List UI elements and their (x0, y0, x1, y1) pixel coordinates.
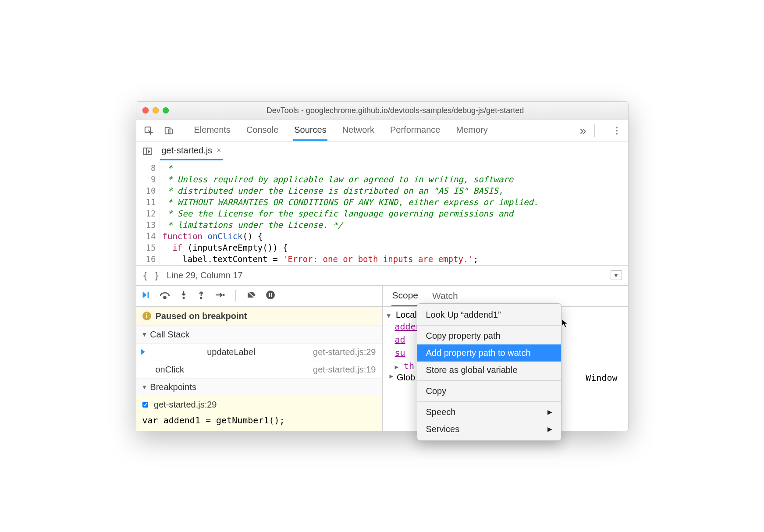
pause-message: i Paused on breakpoint (136, 307, 382, 326)
step-into-icon[interactable] (179, 290, 188, 301)
cursor-position: Line 29, Column 17 (167, 270, 242, 280)
context-menu-item[interactable]: Services▶ (417, 421, 561, 438)
call-stack-row[interactable]: onClickget-started.js:19 (136, 361, 382, 379)
context-menu-item[interactable]: Look Up “addend1” (417, 306, 561, 323)
tab-memory[interactable]: Memory (455, 121, 489, 141)
close-window-icon[interactable] (142, 107, 149, 113)
svg-rect-1 (165, 128, 170, 134)
zoom-window-icon[interactable] (163, 107, 169, 113)
svg-point-7 (200, 297, 202, 299)
svg-point-8 (222, 294, 224, 296)
statusbar-dropdown-icon[interactable]: ▼ (611, 270, 622, 280)
device-toolbar-icon[interactable] (163, 124, 175, 137)
debugger-toolbar (136, 286, 382, 307)
file-tab-label: get-started.js (162, 145, 213, 156)
tab-performance[interactable]: Performance (389, 121, 441, 141)
file-tab[interactable]: get-started.js × (160, 142, 223, 160)
chevron-down-icon: ▼ (142, 383, 148, 390)
code-content: * * Unless required by applicable law or… (160, 161, 539, 265)
info-icon: i (142, 312, 151, 320)
context-menu-item[interactable]: Speech▶ (417, 404, 561, 421)
file-tab-bar: get-started.js × (136, 142, 628, 161)
step-out-icon[interactable] (197, 290, 206, 301)
context-menu: Look Up “addend1”Copy property pathAdd p… (417, 303, 561, 441)
breakpoint-label: get-started.js:29 (154, 400, 217, 409)
tab-sources[interactable]: Sources (293, 121, 327, 141)
tab-network[interactable]: Network (341, 121, 375, 141)
scope-global-value: Window (586, 372, 623, 383)
debugger-panels: i Paused on breakpoint ▼ Call Stack upda… (136, 286, 628, 431)
svg-rect-2 (169, 129, 172, 134)
svg-point-9 (266, 291, 275, 299)
code-editor[interactable]: 8910111213141516 * * Unless required by … (136, 161, 628, 266)
svg-point-6 (182, 297, 185, 299)
inspect-element-icon[interactable] (142, 124, 155, 137)
resume-icon[interactable] (141, 290, 150, 301)
pause-on-exceptions-icon[interactable] (266, 290, 275, 301)
svg-rect-10 (269, 293, 270, 297)
chevron-down-icon: ▼ (142, 331, 148, 338)
call-stack-header[interactable]: ▼ Call Stack (136, 326, 382, 344)
debugger-right-panel: Scope Watch ▼ Local addend1: undefinedad… (383, 286, 628, 431)
breakpoint-checkbox[interactable] (142, 402, 148, 408)
tab-elements[interactable]: Elements (193, 121, 231, 141)
svg-rect-4 (147, 292, 149, 298)
call-stack-list: updateLabelget-started.js:29onClickget-s… (136, 344, 382, 379)
more-options-icon[interactable] (611, 127, 622, 135)
step-over-icon[interactable] (159, 290, 171, 301)
tab-console[interactable]: Console (245, 121, 279, 141)
pretty-print-icon[interactable]: { } (142, 270, 160, 281)
overflow-tabs-icon[interactable]: » (580, 124, 586, 138)
navigator-toggle-icon[interactable] (142, 145, 154, 157)
deactivate-breakpoints-icon[interactable] (246, 290, 257, 301)
devtools-toolbar: Elements Console Sources Network Perform… (136, 120, 628, 142)
tab-scope[interactable]: Scope (391, 286, 419, 306)
traffic-lights (142, 107, 169, 113)
context-menu-separator (417, 401, 561, 402)
context-menu-item[interactable]: Store as global variable (417, 362, 561, 379)
pause-message-text: Paused on breakpoint (156, 311, 247, 321)
svg-rect-11 (271, 293, 272, 297)
step-icon[interactable] (214, 290, 225, 301)
editor-statusbar: { } Line 29, Column 17 ▼ (136, 266, 628, 286)
debugger-left-panel: i Paused on breakpoint ▼ Call Stack upda… (136, 286, 383, 431)
context-menu-separator (417, 325, 561, 326)
line-gutter: 8910111213141516 (136, 161, 160, 265)
call-stack-row[interactable]: updateLabelget-started.js:29 (136, 344, 382, 361)
context-menu-item[interactable]: Copy property path (417, 327, 561, 344)
breakpoint-row[interactable]: get-started.js:29 (136, 396, 382, 413)
window-title: DevTools - googlechrome.github.io/devtoo… (169, 106, 622, 115)
devtools-window: DevTools - googlechrome.github.io/devtoo… (136, 101, 629, 431)
context-menu-item[interactable]: Add property path to watch (417, 344, 561, 362)
panel-tabs: Elements Console Sources Network Perform… (193, 121, 572, 141)
call-stack-title: Call Stack (150, 330, 189, 340)
minimize-window-icon[interactable] (153, 107, 159, 113)
breakpoints-header[interactable]: ▼ Breakpoints (136, 379, 382, 396)
titlebar: DevTools - googlechrome.github.io/devtoo… (136, 102, 628, 120)
close-file-icon[interactable]: × (217, 146, 221, 155)
context-menu-separator (417, 380, 561, 381)
breakpoints-title: Breakpoints (150, 382, 196, 392)
breakpoint-code: var addend1 = getNumber1(); (136, 413, 382, 431)
context-menu-item[interactable]: Copy (417, 383, 561, 400)
svg-point-5 (163, 297, 166, 299)
mouse-cursor-icon (561, 319, 569, 328)
tab-watch[interactable]: Watch (431, 286, 459, 305)
